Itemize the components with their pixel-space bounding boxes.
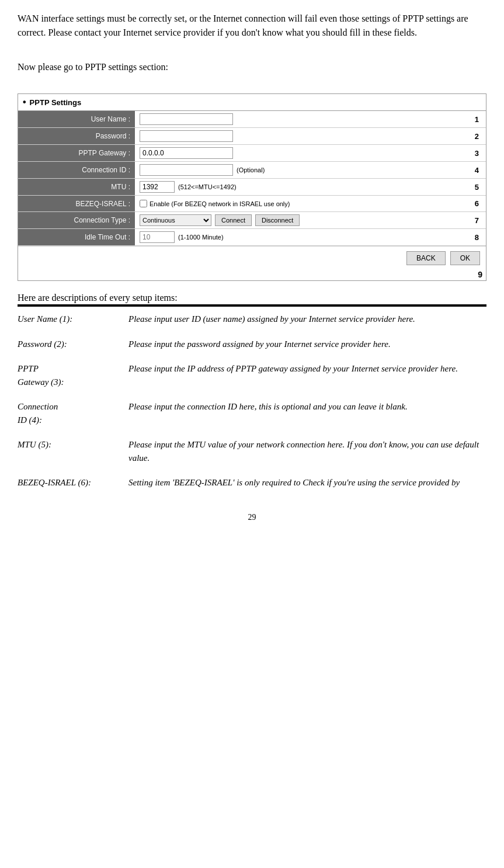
pptp-row-bezeq: BEZEQ-ISRAEL : Enable (For BEZEQ network… xyxy=(18,196,486,212)
desc-table: User Name (1): Please input user ID (use… xyxy=(18,305,486,495)
page-number: 29 xyxy=(18,513,486,522)
connid-label: Connection ID : xyxy=(18,162,135,178)
disconnect-button[interactable]: Disconnect xyxy=(255,214,300,226)
desc-term-gateway: PPTPGateway (3): xyxy=(18,356,128,394)
section-label: Now please go to PPTP settings section: xyxy=(18,62,486,72)
pptp-row-username: User Name : 1 xyxy=(18,111,486,128)
idle-input[interactable] xyxy=(140,231,175,243)
pptp-row-conntype: Connection Type : Continuous Connect on … xyxy=(18,212,486,229)
row-num-1: 1 xyxy=(475,115,481,124)
desc-header: Here are descriptions of every setup ite… xyxy=(18,293,486,305)
username-value: 1 xyxy=(135,111,486,127)
idle-note: (1-1000 Minute) xyxy=(178,234,224,241)
ok-button[interactable]: OK xyxy=(450,251,480,265)
pptp-settings-box: PPTP Settings User Name : 1 Password : 2… xyxy=(18,93,486,281)
conntype-label: Connection Type : xyxy=(18,212,135,228)
desc-row-gateway: PPTPGateway (3): Please input the IP add… xyxy=(18,356,486,394)
desc-term-mtu: MTU (5): xyxy=(18,432,128,470)
idle-label: Idle Time Out : xyxy=(18,229,135,245)
desc-row-password: Password (2): Please input the password … xyxy=(18,332,486,357)
username-input[interactable] xyxy=(140,113,233,125)
intro-paragraph1: WAN interface settings must be correctly… xyxy=(18,12,486,40)
pptp-row-idle: Idle Time Out : (1-1000 Minute) 8 xyxy=(18,229,486,246)
bezeq-checkbox[interactable] xyxy=(140,200,147,207)
pptp-row-mtu: MTU : (512<=MTU<=1492) 5 xyxy=(18,179,486,196)
row-num-5: 5 xyxy=(475,183,481,192)
connect-button[interactable]: Connect xyxy=(215,214,252,226)
connid-value: (Optional) 4 xyxy=(135,162,486,178)
desc-term-connid: ConnectionID (4): xyxy=(18,394,128,432)
connid-note: (Optional) xyxy=(237,166,265,173)
desc-text-connid: Please input the connection ID here, thi… xyxy=(128,394,486,432)
row-num-6: 6 xyxy=(475,199,481,208)
gateway-value: 3 xyxy=(135,145,486,161)
bezeq-checkbox-label[interactable]: Enable (For BEZEQ network in ISRAEL use … xyxy=(140,200,290,207)
mtu-input[interactable] xyxy=(140,181,175,193)
pptp-row-connid: Connection ID : (Optional) 4 xyxy=(18,162,486,179)
bezeq-checkbox-text: Enable (For BEZEQ network in ISRAEL use … xyxy=(150,200,290,207)
row-num-2: 2 xyxy=(475,132,481,141)
desc-row-mtu: MTU (5): Please input the MTU value of y… xyxy=(18,432,486,470)
back-button[interactable]: BACK xyxy=(406,251,446,265)
pptp-row-password: Password : 2 xyxy=(18,128,486,145)
descriptions-section: Here are descriptions of every setup ite… xyxy=(18,293,486,495)
password-value: 2 xyxy=(135,128,486,144)
desc-text-bezeq: Setting item 'BEZEQ-ISRAEL' is only requ… xyxy=(128,470,486,495)
row-num-3: 3 xyxy=(475,149,481,158)
bezeq-label: BEZEQ-ISRAEL : xyxy=(18,196,135,211)
username-label: User Name : xyxy=(18,111,135,127)
mtu-label: MTU : xyxy=(18,179,135,195)
bezeq-value: Enable (For BEZEQ network in ISRAEL use … xyxy=(135,197,486,210)
desc-row-bezeq: BEZEQ-ISRAEL (6): Setting item 'BEZEQ-IS… xyxy=(18,470,486,495)
desc-term-username: User Name (1): xyxy=(18,306,128,332)
desc-text-password: Please input the password assigned by yo… xyxy=(128,332,486,357)
pptp-row-gateway: PPTP Gateway : 3 xyxy=(18,145,486,162)
desc-text-mtu: Please input the MTU value of your netwo… xyxy=(128,432,486,470)
gateway-label: PPTP Gateway : xyxy=(18,145,135,161)
conntype-value: Continuous Connect on Demand Manual Conn… xyxy=(135,212,486,228)
row-num-4: 4 xyxy=(475,166,481,175)
pptp-header: PPTP Settings xyxy=(18,94,486,111)
desc-row-connid: ConnectionID (4): Please input the conne… xyxy=(18,394,486,432)
conntype-select[interactable]: Continuous Connect on Demand Manual xyxy=(140,214,211,226)
pptp-header-label: PPTP Settings xyxy=(30,98,82,107)
mtu-note: (512<=MTU<=1492) xyxy=(178,183,237,190)
desc-row-username: User Name (1): Please input user ID (use… xyxy=(18,306,486,332)
desc-term-bezeq: BEZEQ-ISRAEL (6): xyxy=(18,470,128,495)
idle-value: (1-1000 Minute) 8 xyxy=(135,229,486,245)
desc-text-username: Please input user ID (user name) assigne… xyxy=(128,306,486,332)
desc-term-password: Password (2): xyxy=(18,332,128,357)
password-input[interactable] xyxy=(140,130,233,142)
mtu-value: (512<=MTU<=1492) 5 xyxy=(135,179,486,195)
num-9: 9 xyxy=(18,270,486,280)
connid-input[interactable] xyxy=(140,164,233,176)
row-num-7: 7 xyxy=(475,216,481,225)
gateway-input[interactable] xyxy=(140,147,233,159)
row-num-8: 8 xyxy=(475,233,481,242)
desc-text-gateway: Please input the IP address of PPTP gate… xyxy=(128,356,486,394)
password-label: Password : xyxy=(18,128,135,144)
pptp-buttons-row: BACK OK xyxy=(18,246,486,270)
